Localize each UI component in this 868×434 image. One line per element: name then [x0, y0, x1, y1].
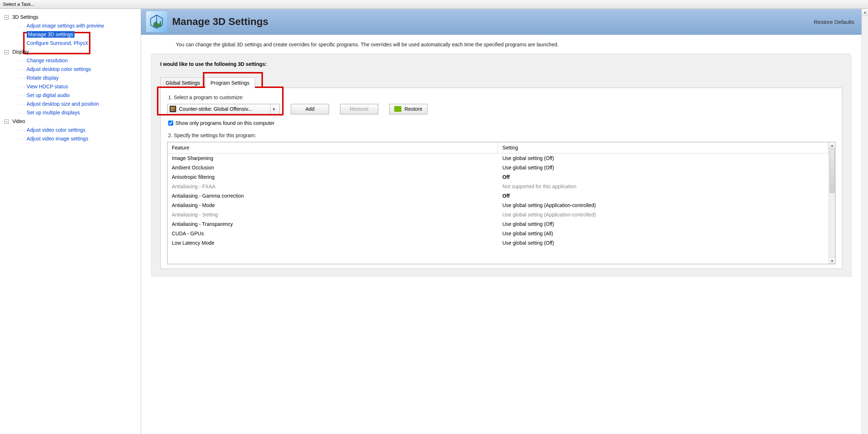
setting-cell: Use global setting (Off): [498, 153, 829, 163]
table-row[interactable]: Antialiasing - Gamma correctionOff: [167, 191, 829, 201]
tree-item-desktop-color[interactable]: Adjust desktop color settings: [27, 66, 91, 72]
tree-toggle-icon[interactable]: −: [4, 50, 9, 54]
setting-cell: Off: [498, 191, 829, 201]
col-header-setting[interactable]: Setting: [498, 142, 829, 153]
tree-category-3d: 3D Settings: [12, 14, 38, 20]
table-row[interactable]: Low Latency ModeUse global setting (Off): [167, 238, 829, 248]
table-row[interactable]: Anisotropic filteringOff: [167, 172, 829, 182]
setting-cell: Off: [498, 172, 829, 182]
setting-cell: Use global setting (Off): [498, 238, 829, 248]
svg-marker-5: [153, 20, 161, 27]
tree-category-video: Video: [12, 118, 25, 124]
scroll-up-icon[interactable]: ▴: [862, 9, 868, 16]
task-sidebar: − 3D Settings ····Adjust image settings …: [0, 9, 141, 434]
setting-cell: Use global setting (Application-controll…: [498, 210, 829, 219]
program-icon: [170, 106, 176, 112]
tree-item-desktop-size[interactable]: Adjust desktop size and position: [27, 101, 99, 107]
tree-toggle-icon[interactable]: −: [4, 119, 9, 124]
tree-item-configure-physx[interactable]: Configure Surround, PhysX: [27, 40, 88, 46]
feature-cell: Antialiasing - Setting: [167, 210, 498, 219]
intro-text: You can change the global 3D settings an…: [141, 35, 861, 54]
setting-cell: Use global setting (Off): [498, 219, 829, 229]
tab-program-settings[interactable]: Program Settings: [205, 77, 255, 88]
page-header: Manage 3D Settings Restore Defaults: [141, 9, 861, 35]
feature-cell: Antialiasing - Transparency: [167, 219, 498, 229]
feature-cell: Anisotropic filtering: [167, 172, 498, 182]
table-row[interactable]: Antialiasing - SettingUse global setting…: [167, 210, 829, 219]
tree-item-video-color[interactable]: Adjust video color settings: [27, 127, 86, 133]
tree-item-adjust-image[interactable]: Adjust image settings with preview: [27, 23, 104, 29]
setting-cell: Use global setting (Off): [498, 163, 829, 172]
tree-item-change-resolution[interactable]: Change resolution: [27, 58, 68, 63]
feature-cell: Antialiasing - FXAA: [167, 182, 498, 191]
table-row[interactable]: CUDA - GPUsUse global setting (All): [167, 229, 829, 238]
table-row[interactable]: Antialiasing - FXAANot supported for thi…: [167, 182, 829, 191]
tree-item-multiple-displays[interactable]: Set up multiple displays: [27, 110, 80, 115]
add-button[interactable]: Add: [291, 104, 329, 114]
tree-item-digital-audio[interactable]: Set up digital audio: [27, 92, 70, 98]
tree-item-video-image[interactable]: Adjust video image settings: [27, 136, 88, 142]
tree-category-display: Display: [12, 49, 29, 55]
table-row[interactable]: Antialiasing - TransparencyUse global se…: [167, 219, 829, 229]
table-row[interactable]: Image SharpeningUse global setting (Off): [167, 153, 829, 163]
tab-global-settings[interactable]: Global Settings: [160, 77, 205, 88]
feature-cell: Antialiasing - Mode: [167, 201, 498, 210]
show-only-checkbox[interactable]: [168, 121, 173, 126]
program-select[interactable]: Counter-strike: Global Offensiv... ▾: [167, 104, 280, 114]
tree-toggle-icon[interactable]: −: [4, 15, 9, 20]
tree-item-hdcp-status[interactable]: View HDCP status: [27, 84, 68, 89]
program-select-value: Counter-strike: Global Offensiv...: [179, 106, 267, 112]
header-3d-icon: [146, 11, 167, 32]
tree-item-rotate-display[interactable]: Rotate display: [27, 75, 59, 81]
setting-cell: Not supported for this application: [498, 182, 829, 191]
setting-cell: Use global setting (Application-controll…: [498, 201, 829, 210]
settings-table: Feature Setting Image SharpeningUse glob…: [167, 142, 829, 264]
step1-label: 1. Select a program to customize:: [168, 94, 835, 100]
panel-heading: I would like to use the following 3D set…: [160, 61, 842, 67]
scroll-up-icon[interactable]: ▴: [829, 142, 835, 149]
restore-button[interactable]: Restore: [389, 104, 427, 114]
table-row[interactable]: Ambient OcclusionUse global setting (Off…: [167, 163, 829, 172]
tree-item-manage-3d[interactable]: Manage 3D settings: [27, 31, 75, 38]
nvidia-logo-icon: [394, 106, 401, 112]
page-scrollbar[interactable]: ▴: [861, 9, 868, 434]
show-only-label: Show only programs found on this compute…: [175, 120, 275, 126]
feature-cell: Ambient Occlusion: [167, 163, 498, 172]
sidebar-title: Select a Task...: [0, 0, 868, 9]
table-scrollbar[interactable]: ▴ ▾: [829, 142, 835, 264]
restore-defaults-link[interactable]: Restore Defaults: [812, 18, 856, 26]
feature-cell: CUDA - GPUs: [167, 229, 498, 238]
page-title: Manage 3D Settings: [172, 16, 807, 28]
step2-label: 2. Specify the settings for this program…: [168, 132, 835, 138]
col-header-feature[interactable]: Feature: [167, 142, 498, 153]
feature-cell: Antialiasing - Gamma correction: [167, 191, 498, 201]
feature-cell: Image Sharpening: [167, 153, 498, 163]
remove-button[interactable]: Remove: [340, 104, 378, 114]
table-row[interactable]: Antialiasing - ModeUse global setting (A…: [167, 201, 829, 210]
chevron-down-icon: ▾: [270, 104, 277, 114]
scroll-down-icon[interactable]: ▾: [829, 257, 835, 264]
scrollbar-thumb[interactable]: [830, 149, 835, 193]
restore-button-label: Restore: [404, 106, 422, 112]
setting-cell: Use global setting (All): [498, 229, 829, 238]
feature-cell: Low Latency Mode: [167, 238, 498, 248]
